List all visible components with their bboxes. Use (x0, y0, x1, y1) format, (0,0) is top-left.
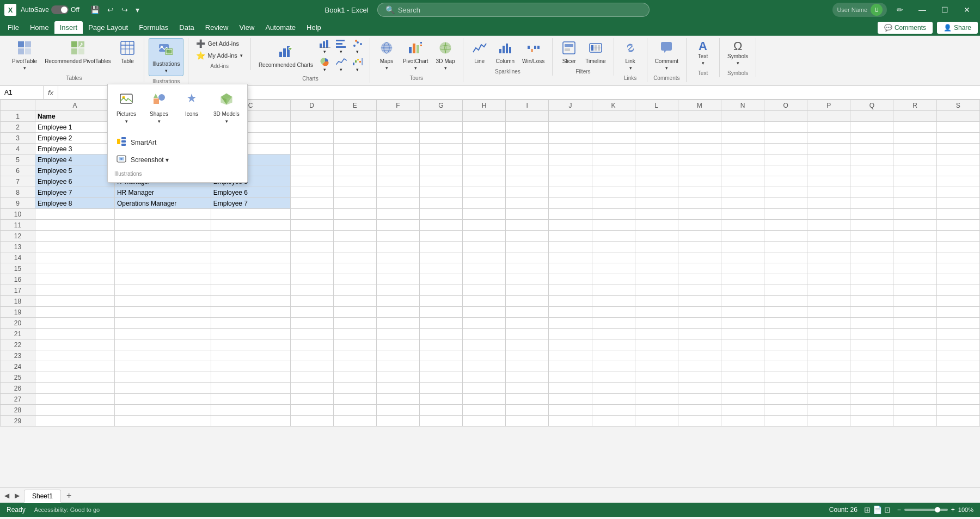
cell-r13c4[interactable] (333, 242, 376, 252)
cell-r21c7[interactable] (463, 329, 506, 339)
cell-r14c1[interactable] (114, 252, 211, 263)
cell-r24c13[interactable] (721, 361, 764, 372)
cell-r1c4[interactable] (333, 111, 376, 122)
line-sparkline-button[interactable]: Line (468, 38, 492, 66)
cell-r6c8[interactable] (506, 165, 549, 176)
cell-r8c10[interactable] (592, 187, 635, 198)
cell-r9c4[interactable] (333, 198, 376, 209)
table-row[interactable]: 9Employee 8Operations ManagerEmployee 7 (1, 198, 980, 209)
cell-r17c9[interactable] (549, 285, 592, 296)
cell-r10c8[interactable] (506, 209, 549, 220)
cell-r29c10[interactable] (592, 416, 635, 427)
cell-r8c7[interactable] (463, 187, 506, 198)
cell-r21c11[interactable] (635, 329, 678, 339)
cell-r8c18[interactable] (936, 187, 979, 198)
cell-r20c5[interactable] (376, 318, 419, 329)
cell-r4c8[interactable] (506, 144, 549, 155)
cell-r29c11[interactable] (635, 416, 678, 427)
cell-r10c18[interactable] (936, 209, 979, 220)
cell-r2c17[interactable] (893, 122, 936, 133)
cell-r11c2[interactable] (211, 220, 290, 231)
cell-r18c12[interactable] (678, 296, 721, 307)
col-L-header[interactable]: L (635, 100, 678, 111)
cell-r20c3[interactable] (290, 318, 333, 329)
cell-r17c18[interactable] (936, 285, 979, 296)
cell-r14c9[interactable] (549, 252, 592, 263)
cell-r8c4[interactable] (333, 187, 376, 198)
cell-r17c0[interactable] (35, 285, 115, 296)
cell-r29c17[interactable] (893, 416, 936, 427)
cell-r22c16[interactable] (850, 339, 893, 350)
maps-button[interactable]: Maps ▾ (375, 38, 399, 73)
cell-r1c10[interactable] (592, 111, 635, 122)
cell-r3c14[interactable] (764, 133, 807, 144)
cell-r19c4[interactable] (333, 307, 376, 318)
cell-r11c16[interactable] (850, 220, 893, 231)
cell-r28c12[interactable] (678, 405, 721, 416)
cell-r28c18[interactable] (936, 405, 979, 416)
cell-r14c4[interactable] (333, 252, 376, 263)
cell-r10c14[interactable] (764, 209, 807, 220)
cell-r17c10[interactable] (592, 285, 635, 296)
cell-r14c16[interactable] (850, 252, 893, 263)
table-row[interactable]: 27 (1, 394, 980, 405)
cell-r6c0[interactable]: Employee 5 (35, 165, 115, 176)
table-row[interactable]: 14 (1, 252, 980, 263)
col-Q-header[interactable]: Q (850, 100, 893, 111)
cell-r19c18[interactable] (936, 307, 979, 318)
cell-r14c5[interactable] (376, 252, 419, 263)
col-D-header[interactable]: D (290, 100, 333, 111)
cell-r13c16[interactable] (850, 242, 893, 252)
cell-r21c15[interactable] (807, 329, 850, 339)
pen-icon-button[interactable]: ✏ (891, 3, 909, 16)
cell-r7c4[interactable] (333, 176, 376, 187)
cell-r25c2[interactable] (211, 372, 290, 383)
col-G-header[interactable]: G (419, 100, 462, 111)
cell-r10c17[interactable] (893, 209, 936, 220)
cell-r18c11[interactable] (635, 296, 678, 307)
cell-r12c18[interactable] (936, 231, 979, 242)
cell-r6c5[interactable] (376, 165, 419, 176)
cell-r25c4[interactable] (333, 372, 376, 383)
menu-insert[interactable]: Insert (54, 21, 83, 34)
cell-r29c1[interactable] (114, 416, 211, 427)
cell-r6c15[interactable] (807, 165, 850, 176)
3d-map-button[interactable]: 3D Map ▾ (433, 38, 458, 73)
cell-r14c0[interactable] (35, 252, 115, 263)
cell-r1c13[interactable] (721, 111, 764, 122)
cell-r14c6[interactable] (419, 252, 462, 263)
cell-r6c4[interactable] (333, 165, 376, 176)
cell-r11c3[interactable] (290, 220, 333, 231)
cell-r12c0[interactable] (35, 231, 115, 242)
cell-r26c11[interactable] (635, 383, 678, 394)
cell-r17c12[interactable] (678, 285, 721, 296)
cell-r11c9[interactable] (549, 220, 592, 231)
cell-r14c15[interactable] (807, 252, 850, 263)
cell-r3c13[interactable] (721, 133, 764, 144)
cell-r19c13[interactable] (721, 307, 764, 318)
cell-r24c4[interactable] (333, 361, 376, 372)
cell-r26c12[interactable] (678, 383, 721, 394)
cell-r21c6[interactable] (419, 329, 462, 339)
table-row[interactable]: 25 (1, 372, 980, 383)
col-S-header[interactable]: S (936, 100, 979, 111)
page-layout-view-icon[interactable]: 📄 (873, 505, 882, 514)
cell-r4c18[interactable] (936, 144, 979, 155)
cell-r19c2[interactable] (211, 307, 290, 318)
cell-r15c2[interactable] (211, 263, 290, 274)
cell-r15c1[interactable] (114, 263, 211, 274)
cell-r24c11[interactable] (635, 361, 678, 372)
cell-r24c10[interactable] (592, 361, 635, 372)
cell-r25c14[interactable] (764, 372, 807, 383)
table-row[interactable]: 24 (1, 361, 980, 372)
cell-r21c1[interactable] (114, 329, 211, 339)
cell-r3c4[interactable] (333, 133, 376, 144)
cell-r24c2[interactable] (211, 361, 290, 372)
menu-data[interactable]: Data (174, 21, 199, 34)
cell-r27c2[interactable] (211, 394, 290, 405)
cell-r9c1[interactable]: Operations Manager (114, 198, 211, 209)
cell-r7c11[interactable] (635, 176, 678, 187)
cell-r3c16[interactable] (850, 133, 893, 144)
cell-r1c6[interactable] (419, 111, 462, 122)
cell-r9c10[interactable] (592, 198, 635, 209)
